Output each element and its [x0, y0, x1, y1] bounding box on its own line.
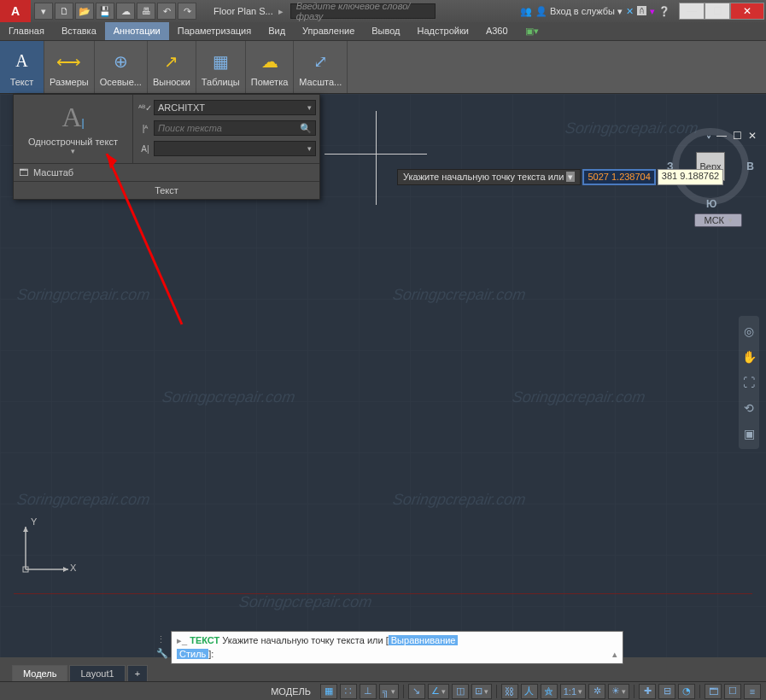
- viewport-minimize-icon[interactable]: —: [715, 130, 728, 142]
- singleline-text-button[interactable]: A| Однострочный текст ▾: [14, 95, 133, 163]
- tab-insert[interactable]: Вставка: [53, 22, 105, 40]
- status-ws-icon[interactable]: ✚: [639, 684, 656, 699]
- cmd-option-justify[interactable]: Выравнивание: [389, 635, 459, 645]
- status-polar-icon[interactable]: ↘: [408, 684, 425, 699]
- crosshair-vertical: [376, 111, 377, 205]
- status-clean-icon[interactable]: ☐: [724, 684, 741, 699]
- scale-list-icon[interactable]: 🗔: [19, 167, 28, 178]
- titlebar: A ▾ 🗋 📂 💾 ☁ 🖶 ↶ ↷ Floor Plan S... ▸ Введ…: [0, 0, 766, 22]
- status-annovis-icon[interactable]: ✲: [588, 684, 605, 699]
- cmdline-expand-icon[interactable]: ▴: [612, 648, 617, 661]
- new-icon[interactable]: ▾: [34, 3, 53, 20]
- ribbon-table[interactable]: ▦ Таблицы: [196, 41, 246, 93]
- exchange-icon[interactable]: ✕: [626, 6, 634, 17]
- findtext-input[interactable]: Поиск текста🔍: [154, 120, 316, 136]
- redo-icon[interactable]: ↷: [178, 3, 196, 20]
- cmdline-handle-icon[interactable]: ⋮🔧: [156, 633, 168, 660]
- status-units-icon[interactable]: ◔: [678, 684, 695, 699]
- maximize-button[interactable]: ☐: [705, 3, 730, 20]
- viewcube-south[interactable]: Ю: [706, 198, 716, 210]
- viewcube-east[interactable]: В: [746, 160, 754, 172]
- tab-addins[interactable]: Надстройки: [409, 22, 477, 40]
- viewcube-north[interactable]: ˬ: [706, 126, 711, 138]
- ribbon-scale[interactable]: ⤢ Масшта...: [294, 41, 348, 93]
- baseline: [14, 593, 752, 594]
- help-search-input[interactable]: Введите ключевое слово/фразу: [290, 3, 436, 19]
- showmotion-icon[interactable]: ▣: [740, 425, 757, 442]
- viewport-maximize-icon[interactable]: ☐: [730, 130, 744, 142]
- status-otrack-icon[interactable]: ⊡▾: [471, 684, 492, 699]
- zoom-extents-icon[interactable]: ⛶: [740, 374, 757, 391]
- textstyle-dropdown[interactable]: ARCHITXT▾: [154, 100, 316, 115]
- tab-view[interactable]: Вид: [260, 22, 294, 40]
- quick-access-toolbar: ▾ 🗋 📂 💾 ☁ 🖶 ↶ ↷: [34, 3, 196, 20]
- command-line[interactable]: ⋮🔧 ▸_ ТЕКСТ Укажите начальную точку текс…: [171, 631, 623, 664]
- help-icon[interactable]: ❔: [658, 6, 670, 17]
- tab-parametric[interactable]: Параметризация: [169, 22, 260, 40]
- status-osnap-icon[interactable]: ∠▾: [428, 684, 449, 699]
- cmd-option-style[interactable]: Стиль: [177, 649, 208, 659]
- status-grid-icon[interactable]: ▦: [320, 684, 337, 699]
- ucs-icon[interactable]: X Y: [17, 518, 77, 580]
- viewport-close-icon[interactable]: ✕: [746, 130, 759, 142]
- pan-icon[interactable]: ✋: [740, 348, 757, 365]
- cmd-prompt: Укажите начальную точку текста или: [222, 635, 383, 645]
- tab-add[interactable]: +: [127, 665, 148, 681]
- title-dropdown-icon[interactable]: ▸: [278, 6, 284, 17]
- tab-model[interactable]: Модель: [12, 665, 67, 681]
- tab-annotate[interactable]: Аннотации: [105, 22, 169, 40]
- status-lineweight-icon[interactable]: ⛓: [501, 684, 518, 699]
- status-transparency-icon[interactable]: 人: [521, 684, 538, 699]
- app-logo[interactable]: A: [0, 0, 31, 22]
- status-infer-icon[interactable]: ⊥: [360, 684, 377, 699]
- textheight-dropdown[interactable]: ▾: [154, 141, 316, 156]
- ribbon-text[interactable]: A Текст: [0, 41, 44, 93]
- status-ortho-icon[interactable]: ╗▾: [379, 684, 399, 699]
- undo-icon[interactable]: ↶: [157, 3, 176, 20]
- status-scale-value[interactable]: 1:1▾: [560, 684, 586, 699]
- singleline-text-icon: A|: [61, 102, 84, 133]
- dynamic-readout: 381 9.188762: [658, 169, 723, 185]
- text-panel-dropdown: A| Однострочный текст ▾ ᴬᴮ✓ ARCHITXT▾ |ᴬ…: [13, 94, 320, 200]
- ribbon-leader[interactable]: ↗ Выноски: [148, 41, 196, 93]
- signin-button[interactable]: 👤 Вход в службы▾: [535, 6, 623, 17]
- status-qp-icon[interactable]: ⊟: [658, 684, 675, 699]
- plot-icon[interactable]: 🖶: [137, 3, 155, 20]
- scale-label[interactable]: Масштаб: [33, 167, 73, 178]
- tab-layout1[interactable]: Layout1: [69, 665, 125, 681]
- ucs-y-label: Y: [31, 516, 37, 527]
- save-icon[interactable]: 💾: [96, 3, 114, 20]
- close-button[interactable]: ✕: [730, 3, 764, 20]
- status-cycling-icon[interactable]: ☀▾: [608, 684, 629, 699]
- infocenter-icon[interactable]: 👥: [520, 6, 532, 17]
- scale-icon: ⤢: [307, 48, 334, 75]
- minimize-button[interactable]: —: [679, 3, 705, 20]
- dynamic-prompt: Укажите начальную точку текста или ▾: [397, 169, 581, 185]
- status-custom-icon[interactable]: ≡: [744, 684, 761, 699]
- status-3dosnap-icon[interactable]: ◫: [452, 684, 469, 699]
- tab-home[interactable]: Главная: [0, 22, 53, 40]
- status-bar: МОДЕЛЬ ▦ ⸬ ⊥ ╗▾ ↘ ∠▾ ◫ ⊡▾ ⛓ 人 ⛤ 1:1▾ ✲ ☀…: [0, 681, 766, 700]
- tab-output[interactable]: Вывод: [363, 22, 408, 40]
- viewport-controls: — ☐ ✕: [715, 130, 759, 142]
- status-model-button[interactable]: МОДЕЛЬ: [264, 686, 318, 697]
- dynamic-coord-input[interactable]: 5027 1.238704: [582, 169, 655, 185]
- wcs-selector[interactable]: МСК▾: [694, 213, 742, 227]
- tab-manage[interactable]: Управление: [294, 22, 363, 40]
- new-file-icon[interactable]: 🗋: [55, 3, 73, 20]
- status-snap-icon[interactable]: ⸬: [340, 684, 357, 699]
- status-isolate-icon[interactable]: 🗔: [705, 684, 722, 699]
- open-icon[interactable]: 📂: [75, 3, 94, 20]
- ribbon-markup[interactable]: ☁ Пометка: [246, 41, 295, 93]
- status-annoscale-icon[interactable]: ⛤: [541, 684, 558, 699]
- help-dropdown-icon[interactable]: ▾: [650, 6, 655, 17]
- tab-a360[interactable]: A360: [477, 22, 517, 40]
- saveas-icon[interactable]: ☁: [116, 3, 135, 20]
- ribbon-dimension[interactable]: ⟷ Размеры: [44, 41, 95, 93]
- textheight-icon: A|: [137, 144, 154, 154]
- ribbon-centerline[interactable]: ⊕ Осевые...: [95, 41, 148, 93]
- xa-icon[interactable]: 🅰: [637, 6, 646, 16]
- tab-featured[interactable]: ▣▾: [517, 22, 547, 40]
- fullnav-wheel-icon[interactable]: ◎: [740, 323, 757, 340]
- orbit-icon[interactable]: ⟲: [740, 400, 757, 417]
